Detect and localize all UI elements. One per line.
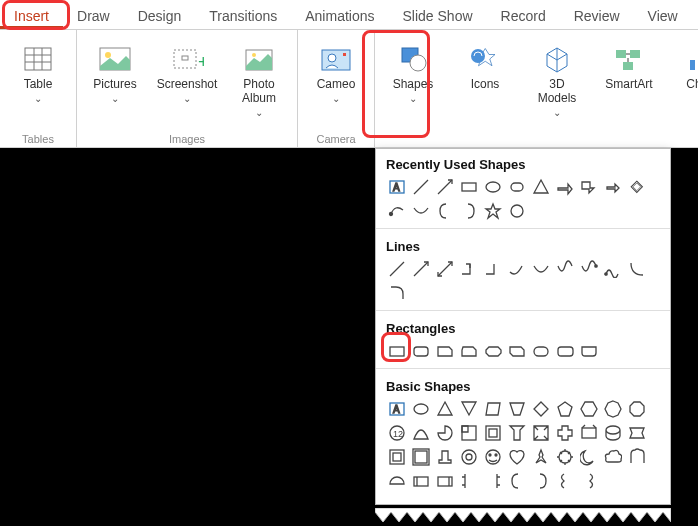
shape-basic-32[interactable] — [626, 446, 648, 468]
shape-line-2[interactable] — [434, 258, 456, 280]
shape-recent-5[interactable] — [506, 176, 528, 198]
shape-basic-9[interactable] — [602, 398, 624, 420]
shape-basic-20[interactable] — [602, 422, 624, 444]
shape-rect-3[interactable] — [458, 340, 480, 362]
shape-basic-40[interactable] — [554, 470, 576, 492]
shape-basic-37[interactable] — [482, 470, 504, 492]
shape-recent-3[interactable] — [458, 176, 480, 198]
chart-button[interactable]: Chart — [667, 36, 698, 122]
shape-recent-0[interactable]: A — [386, 176, 408, 198]
shape-line-9[interactable] — [602, 258, 624, 280]
shape-rect-2[interactable] — [434, 340, 456, 362]
shape-basic-10[interactable] — [626, 398, 648, 420]
shape-rect-5[interactable] — [506, 340, 528, 362]
photo-album-button[interactable]: Photo Album ⌄ — [225, 36, 293, 122]
tab-review[interactable]: Review — [560, 4, 634, 29]
shape-recent-9[interactable] — [602, 176, 624, 198]
shape-basic-26[interactable] — [482, 446, 504, 468]
shape-recent-7[interactable] — [554, 176, 576, 198]
shape-basic-15[interactable] — [482, 422, 504, 444]
shape-basic-25[interactable] — [458, 446, 480, 468]
tab-animations[interactable]: Animations — [291, 4, 388, 29]
shape-line-11[interactable] — [386, 282, 408, 304]
shape-basic-24[interactable] — [434, 446, 456, 468]
shape-recent-11[interactable] — [386, 200, 408, 222]
shape-recent-6[interactable] — [530, 176, 552, 198]
shape-basic-23[interactable] — [410, 446, 432, 468]
shape-basic-13[interactable] — [434, 422, 456, 444]
shape-basic-4[interactable] — [482, 398, 504, 420]
shape-recent-14[interactable] — [458, 200, 480, 222]
shape-rect-1[interactable] — [410, 340, 432, 362]
shape-line-6[interactable] — [530, 258, 552, 280]
shape-basic-22[interactable] — [386, 446, 408, 468]
tab-insert[interactable]: Insert — [0, 4, 63, 29]
shape-recent-10[interactable] — [626, 176, 648, 198]
shape-basic-11[interactable]: 12 — [386, 422, 408, 444]
shape-rect-8[interactable] — [578, 340, 600, 362]
shape-basic-16[interactable] — [506, 422, 528, 444]
table-button[interactable]: Table ⌄ — [4, 36, 72, 108]
shape-line-8[interactable] — [578, 258, 600, 280]
shape-basic-7[interactable] — [554, 398, 576, 420]
shape-basic-19[interactable] — [578, 422, 600, 444]
shape-recent-8[interactable] — [578, 176, 600, 198]
shape-basic-6[interactable] — [530, 398, 552, 420]
chevron-down-icon: ⌄ — [34, 93, 42, 104]
shape-rect-0[interactable] — [386, 340, 408, 362]
shape-basic-34[interactable] — [410, 470, 432, 492]
shape-basic-35[interactable] — [434, 470, 456, 492]
tab-design[interactable]: Design — [124, 4, 196, 29]
shape-recent-12[interactable] — [410, 200, 432, 222]
shape-line-4[interactable] — [482, 258, 504, 280]
shape-basic-31[interactable] — [602, 446, 624, 468]
tab-slideshow[interactable]: Slide Show — [389, 4, 487, 29]
shape-line-1[interactable] — [410, 258, 432, 280]
shape-basic-0[interactable]: A — [386, 398, 408, 420]
shape-line-0[interactable] — [386, 258, 408, 280]
shape-basic-28[interactable] — [530, 446, 552, 468]
shape-basic-3[interactable] — [458, 398, 480, 420]
tab-transitions[interactable]: Transitions — [195, 4, 291, 29]
shape-basic-30[interactable] — [578, 446, 600, 468]
shape-basic-2[interactable] — [434, 398, 456, 420]
shape-basic-14[interactable] — [458, 422, 480, 444]
shape-rect-4[interactable] — [482, 340, 504, 362]
shape-line-5[interactable] — [506, 258, 528, 280]
tab-view[interactable]: View — [634, 4, 692, 29]
shape-basic-8[interactable] — [578, 398, 600, 420]
shape-basic-41[interactable] — [578, 470, 600, 492]
shape-line-3[interactable] — [458, 258, 480, 280]
shape-basic-18[interactable] — [554, 422, 576, 444]
shape-basic-17[interactable] — [530, 422, 552, 444]
shape-line-7[interactable] — [554, 258, 576, 280]
icons-button[interactable]: Icons — [451, 36, 519, 122]
shapes-button[interactable]: Shapes ⌄ — [379, 36, 447, 122]
shape-basic-5[interactable] — [506, 398, 528, 420]
shape-rect-6[interactable] — [530, 340, 552, 362]
shape-recent-13[interactable] — [434, 200, 456, 222]
shape-recent-15[interactable] — [482, 200, 504, 222]
screenshot-button[interactable]: + Screenshot ⌄ — [153, 36, 221, 122]
tab-record[interactable]: Record — [487, 4, 560, 29]
shape-recent-1[interactable] — [410, 176, 432, 198]
pictures-button[interactable]: Pictures ⌄ — [81, 36, 149, 122]
shape-recent-2[interactable] — [434, 176, 456, 198]
shape-basic-1[interactable] — [410, 398, 432, 420]
shape-rect-7[interactable] — [554, 340, 576, 362]
shape-basic-39[interactable] — [530, 470, 552, 492]
shape-basic-33[interactable] — [386, 470, 408, 492]
cameo-button[interactable]: Cameo ⌄ — [302, 36, 370, 108]
shape-basic-36[interactable] — [458, 470, 480, 492]
shape-line-10[interactable] — [626, 258, 648, 280]
shape-basic-38[interactable] — [506, 470, 528, 492]
shape-basic-21[interactable] — [626, 422, 648, 444]
shape-basic-12[interactable] — [410, 422, 432, 444]
shape-recent-16[interactable] — [506, 200, 528, 222]
tab-draw[interactable]: Draw — [63, 4, 124, 29]
shape-recent-4[interactable] — [482, 176, 504, 198]
shape-basic-29[interactable] — [554, 446, 576, 468]
shape-basic-27[interactable] — [506, 446, 528, 468]
smartart-button[interactable]: SmartArt — [595, 36, 663, 122]
models-button[interactable]: 3D Models ⌄ — [523, 36, 591, 122]
